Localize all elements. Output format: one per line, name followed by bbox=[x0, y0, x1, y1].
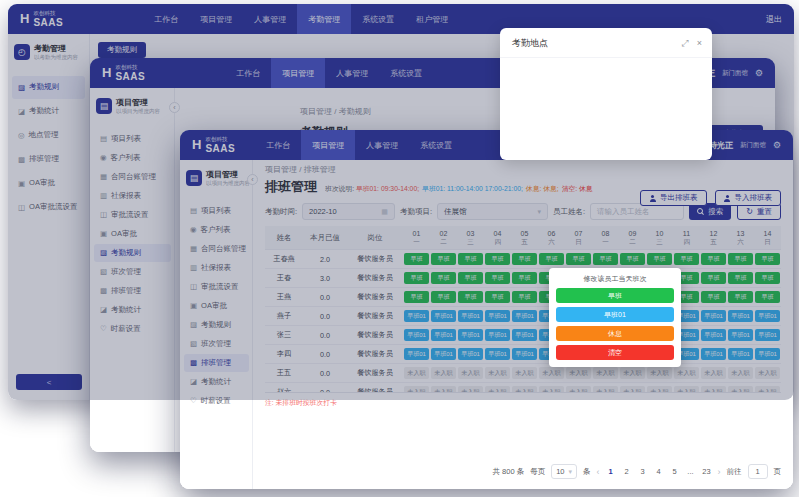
chevron-down-icon: ▾ bbox=[568, 468, 572, 476]
page-number-23[interactable]: 23 bbox=[702, 467, 712, 476]
prev-page-button[interactable]: ‹ bbox=[597, 467, 600, 477]
close-icon[interactable]: × bbox=[697, 39, 702, 48]
popup-option-3[interactable]: 清空 bbox=[556, 345, 674, 360]
page-number-4[interactable]: 4 bbox=[654, 467, 664, 476]
per-page-suffix: 条 bbox=[583, 467, 591, 477]
pagination: 共 800 条 每页 10▾ 条 ‹ 12345...23 › 前往 1 页 bbox=[492, 464, 781, 479]
total-count: 共 800 条 bbox=[492, 467, 524, 477]
goto-label: 前往 bbox=[727, 467, 742, 477]
screenshot-stage: H 欢创科技 SAAS 工作台项目管理人事管理考勤管理系统设置租户管理 退出 ◴… bbox=[0, 0, 799, 497]
page-number-3[interactable]: 3 bbox=[638, 467, 648, 476]
page-number-2[interactable]: 2 bbox=[622, 467, 632, 476]
goto-suffix: 页 bbox=[774, 467, 782, 477]
per-page-label: 每页 bbox=[530, 467, 545, 477]
modal-title: 考勤地点 bbox=[512, 37, 548, 50]
attendance-location-modal: 考勤地点 ⤢ × bbox=[500, 28, 712, 160]
change-shift-popup: 修改该员工当天班次 早班早班01休息清空 bbox=[549, 268, 681, 367]
popup-option-0[interactable]: 早班 bbox=[556, 288, 674, 303]
expand-icon[interactable]: ⤢ bbox=[682, 39, 689, 48]
page-ellipsis: ... bbox=[686, 467, 696, 476]
page-number-1[interactable]: 1 bbox=[606, 467, 616, 476]
popup-option-1[interactable]: 早班01 bbox=[556, 307, 674, 322]
page-number-5[interactable]: 5 bbox=[670, 467, 680, 476]
per-page-select[interactable]: 10▾ bbox=[551, 464, 577, 479]
popup-option-2[interactable]: 休息 bbox=[556, 326, 674, 341]
goto-page-input[interactable]: 1 bbox=[748, 464, 768, 479]
popup-title: 修改该员工当天班次 bbox=[556, 274, 674, 284]
next-page-button[interactable]: › bbox=[718, 467, 721, 477]
